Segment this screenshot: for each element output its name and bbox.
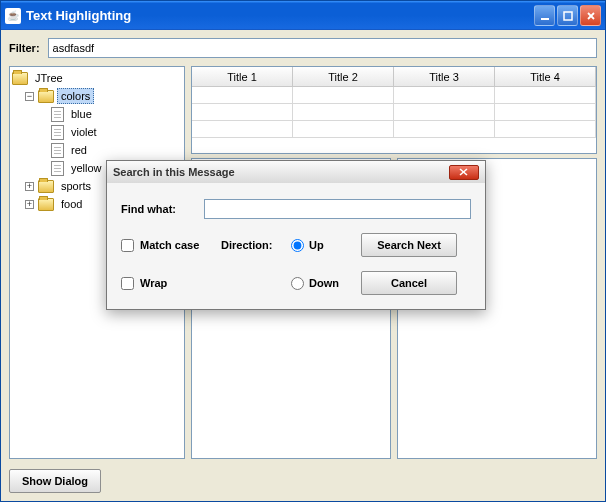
table-row[interactable] [192,104,596,121]
window-controls [534,5,601,26]
file-icon [51,125,64,140]
dialog-close-button[interactable] [449,165,479,180]
find-what-input[interactable] [204,199,471,219]
tree-leaf-label: violet [67,124,101,140]
folder-icon [38,90,54,103]
direction-up-radio[interactable]: Up [291,239,361,252]
svg-rect-0 [541,18,549,20]
show-dialog-button[interactable]: Show Dialog [9,469,101,493]
table-row[interactable] [192,87,596,104]
minimize-button[interactable] [534,5,555,26]
close-button[interactable] [580,5,601,26]
table-column-header[interactable]: Title 2 [293,67,394,87]
tree-root-label: JTree [31,70,67,86]
tree-root[interactable]: JTree [12,69,182,87]
content-area: Filter: JTree − colors blu [1,30,605,501]
tree-node-label: sports [57,178,95,194]
tree-leaf-label: red [67,142,91,158]
minimize-icon [540,11,550,21]
direction-down-input[interactable] [291,277,304,290]
table-column-header[interactable]: Title 1 [192,67,293,87]
toggle-icon[interactable]: + [25,200,34,209]
tree-leaf-blue[interactable]: blue [12,105,182,123]
search-dialog: Search in this Message Find what: Match … [106,160,486,310]
close-icon [586,11,596,21]
wrap-input[interactable] [121,277,134,290]
options-grid: Match case Direction: Up Search Next Wra… [121,233,471,295]
direction-down-radio[interactable]: Down [291,277,361,290]
dialog-body: Find what: Match case Direction: Up Sear… [107,183,485,309]
table-column-header[interactable]: Title 3 [394,67,495,87]
toggle-icon[interactable]: − [25,92,34,101]
tree-leaf-label: yellow [67,160,106,176]
titlebar: ☕ Text Highlighting [1,1,605,30]
dialog-titlebar[interactable]: Search in this Message [107,161,485,183]
app-window: ☕ Text Highlighting Filter: JTree [0,0,606,502]
find-row: Find what: [121,199,471,219]
direction-down-label: Down [309,277,339,289]
tree-node-colors[interactable]: − colors [12,87,182,105]
maximize-icon [563,11,573,21]
tree-node-label: food [57,196,86,212]
svg-rect-1 [564,12,572,20]
table-column-header[interactable]: Title 4 [495,67,596,87]
cancel-button[interactable]: Cancel [361,271,457,295]
find-what-label: Find what: [121,203,196,215]
filter-input[interactable] [48,38,597,58]
tree-node-label: colors [57,88,94,104]
match-case-checkbox[interactable]: Match case [121,239,221,252]
java-cup-icon: ☕ [5,8,21,24]
tree-leaf-red[interactable]: red [12,141,182,159]
folder-icon [12,72,28,85]
file-icon [51,143,64,158]
table[interactable]: Title 1 Title 2 Title 3 Title 4 [191,66,597,154]
folder-icon [38,198,54,211]
toggle-icon[interactable]: + [25,182,34,191]
table-row[interactable] [192,121,596,138]
maximize-button[interactable] [557,5,578,26]
tree-leaf-label: blue [67,106,96,122]
folder-icon [38,180,54,193]
direction-label: Direction: [221,239,291,251]
search-next-button[interactable]: Search Next [361,233,457,257]
wrap-label: Wrap [140,277,167,289]
match-case-label: Match case [140,239,199,251]
filter-label: Filter: [9,42,40,54]
file-icon [51,161,64,176]
bottom-bar: Show Dialog [9,465,597,493]
dialog-title: Search in this Message [113,166,449,178]
table-header: Title 1 Title 2 Title 3 Title 4 [192,67,596,87]
match-case-input[interactable] [121,239,134,252]
direction-up-input[interactable] [291,239,304,252]
direction-up-label: Up [309,239,324,251]
wrap-checkbox[interactable]: Wrap [121,277,221,290]
file-icon [51,107,64,122]
close-icon [459,168,469,176]
tree-leaf-violet[interactable]: violet [12,123,182,141]
filter-row: Filter: [9,38,597,58]
window-title: Text Highlighting [26,8,534,23]
